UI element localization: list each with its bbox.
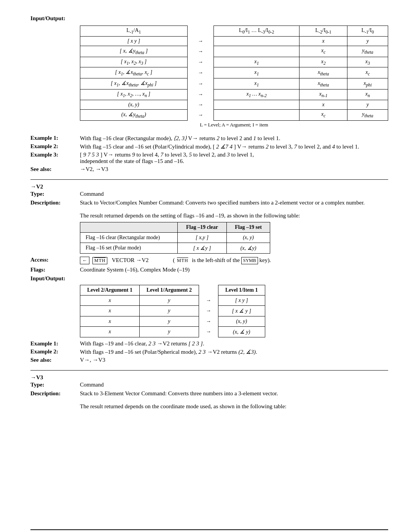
table-row: x y → [ x y ] (80, 295, 265, 305)
mth-label-2: MTH (177, 258, 188, 264)
arrow-cell: → (187, 109, 214, 120)
io-cell: x1 (214, 78, 299, 89)
io-cell: x2 (299, 57, 347, 67)
io-cell: xc (347, 67, 388, 78)
arrow-cell: → (187, 57, 214, 67)
io-cell (214, 46, 299, 57)
io-cell: xtheta (299, 67, 347, 78)
io-cell (214, 109, 299, 120)
example-2-label: Example 2: (30, 143, 80, 150)
section-divider (30, 179, 388, 180)
v3-section: →V3 Type: Command Description: Stack to … (30, 374, 388, 410)
v2-desc-content: Stack to Vector/Complex Number Command: … (80, 200, 388, 219)
v2-io-cell: y (139, 316, 199, 326)
flag-col-clear: Flag –19 clear (178, 222, 227, 232)
v3-type-val: Command (80, 382, 388, 388)
see-also-content: →V2, →V3 (80, 166, 388, 173)
arrow-cell: → (187, 89, 214, 100)
v2-heading: →V2 (30, 184, 388, 190)
io-cell: [ x1, x2, …, xn ] (80, 89, 188, 100)
io-col-header-1: L-1/A1 (80, 26, 188, 37)
io-cell: x1 … xn-2 (214, 89, 299, 100)
v2-access-label: Access: (30, 257, 80, 263)
io-cell: [ x1, ∡xtheta, ∡xphi ] (80, 78, 188, 89)
v2-example-1-row: Example 1: With flags –19 and –16 clear,… (30, 340, 388, 347)
io-cell: [ x, ∡ytheta ] (80, 46, 188, 57)
v2-flags-row: Flags: Coordinate System (–16), Complex … (30, 267, 388, 273)
io-table: L-1/A1 L0/I1 … L-3/I0-2 L-2/I0-1 L-1/I0 … (80, 26, 388, 121)
v2-io-col-arrow (199, 285, 218, 295)
flag-set-2: (x, ∡y) (227, 243, 270, 253)
table-row: (x, y) → x y (80, 100, 388, 109)
io-col-header-arrow (187, 26, 214, 37)
v2-flags-label: Flags: (30, 267, 80, 273)
io-cell (214, 36, 299, 46)
table-row: x y → (x, y) (80, 316, 265, 326)
v2-io-col-3: Level 1/Item 1 (218, 285, 265, 295)
flag-row-1: Flag –16 clear (Rectangular mode) [ x,y … (80, 232, 270, 243)
v2-type-row: Type: Command (30, 191, 388, 197)
io-cell: x (299, 36, 347, 46)
v2-io-table: Level 2/Argument 1 Level 1/Argument 2 Le… (80, 285, 265, 337)
v2-ex1-content: With flags –19 and –16 clear, 2 3 →V2 re… (80, 340, 388, 347)
table-row: [ x1, ∡xtheta, ∡xphi ] → x1 xtheta xphi (80, 78, 388, 89)
arrow-cell: → (187, 78, 214, 89)
io-cell: (x, y) (80, 100, 188, 109)
flag-clear-2: [ x ∡y ] (178, 243, 227, 253)
page-content: Input/Output: L-1/A1 L0/I1 … L-3/I0-2 L-… (30, 15, 388, 518)
v2-type-val: Command (80, 191, 388, 197)
arrow-cell: → (187, 67, 214, 78)
v2-io-cell: (x, y) (218, 316, 265, 326)
v3-desc-content: Stack to 3-Element Vector Command: Conve… (80, 390, 388, 410)
io-cell: [ x1, x2, x3 ] (80, 57, 188, 67)
v2-see-label: See also: (30, 357, 80, 363)
v2-example-2-row: Example 2: With flags –19 and –16 set (P… (30, 348, 388, 355)
v2-io-label-row: Input/Output: (30, 275, 388, 282)
arrow-cell: → (199, 316, 218, 326)
example-2-content: With flag –15 clear and –16 set (Polar/C… (80, 143, 388, 150)
v2-io-cell: [ x ∡ y ] (218, 305, 265, 316)
v-examples-section: Example 1: With flag –16 clear (Rectangu… (30, 135, 388, 173)
flag-row-2: Flag –16 set (Polar mode) [ x ∡y ] (x, ∡… (80, 243, 270, 253)
v3-desc-row: Description: Stack to 3-Element Vector C… (30, 390, 388, 410)
flag-table: Flag –19 clear Flag –19 set Flag –16 cle… (80, 222, 270, 254)
example-1-content: With flag –16 clear (Rectangular mode), … (80, 135, 388, 142)
io-cell: xc (299, 109, 347, 120)
v2-io-cell: x (80, 316, 140, 326)
table-row: [ x1, x2, x3 ] → x1 x2 x3 (80, 57, 388, 67)
v2-io-label: Input/Output: (30, 275, 80, 282)
symb-key: SYMB (241, 257, 258, 264)
v2-desc-label: Description: (30, 200, 80, 206)
io-cell: x3 (347, 57, 388, 67)
io-cell: [ x y ] (80, 36, 188, 46)
page-footer: 3-268 Full Command and Function Referenc… (30, 529, 388, 532)
arrow-cell: → (199, 326, 218, 337)
v2-io-cell: y (139, 305, 199, 316)
v3-desc-label: Description: (30, 390, 80, 397)
v3-type-row: Type: Command (30, 382, 388, 388)
v2-access-row: Access: ← MTH VECTOR →V2 ( MTH is the le… (30, 257, 388, 264)
section-divider-2 (30, 370, 388, 371)
left-arrow-key: ← (80, 257, 89, 264)
io-cell: y (347, 100, 388, 109)
io-col-header-4: L-1/I0 (347, 26, 388, 37)
io-cell: xphi (347, 78, 388, 89)
flag-col-empty (80, 222, 178, 232)
io-cell: x (299, 100, 347, 109)
table-row: (x, ∡ytheta) → xc ytheta (80, 109, 388, 120)
flag-col-set: Flag –19 set (227, 222, 270, 232)
example-3-row: Example 3: [ 9 7 5 3 ] V→ returns 9 to l… (30, 152, 388, 165)
io-cell (214, 100, 299, 109)
table-row: [ x, ∡ytheta ] → xc ytheta (80, 46, 388, 57)
flag-mode-2: Flag –16 set (Polar mode) (80, 243, 178, 253)
io-cell: ytheta (347, 109, 388, 120)
io-col-header-3: L-2/I0-1 (299, 26, 347, 37)
io-cell: xtheta (299, 78, 347, 89)
example-3-content: [ 9 7 5 3 ] V→ returns 9 to level 4, 7 t… (80, 152, 388, 165)
io-cell: xn (347, 89, 388, 100)
io-cell: xc (299, 46, 347, 57)
v2-ex2-content: With flags –19 and –16 set (Polar/Spheri… (80, 348, 388, 355)
flag-set-1: (x, y) (227, 232, 270, 243)
mth-key: MTH (92, 257, 108, 264)
v2-section: →V2 Type: Command Description: Stack to … (30, 184, 388, 363)
